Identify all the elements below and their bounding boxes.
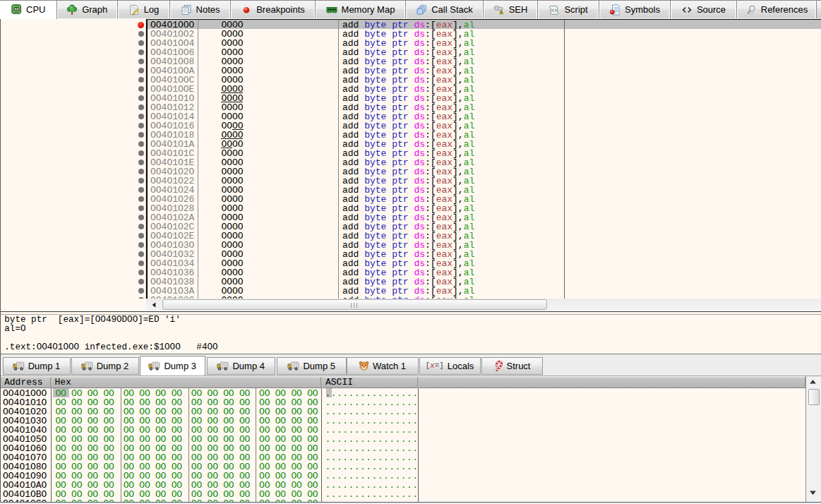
svg-text:32: 32 <box>14 7 18 11</box>
svg-text:<>: <> <box>551 7 557 13</box>
